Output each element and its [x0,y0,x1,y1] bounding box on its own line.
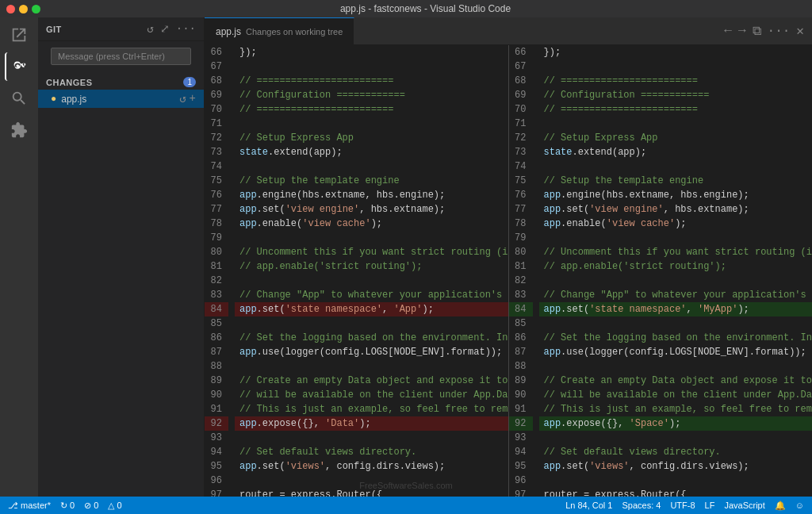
more-actions-icon[interactable]: ··· [768,24,791,38]
tab-nav-icons: ← → ⧉ ··· ✕ [724,17,812,44]
diff-editor: 6667686970717273747576777879808182838485… [205,45,812,497]
encoding[interactable]: UTF-8 [670,501,695,511]
tab-appjs[interactable]: app.js Changes on working tree [205,17,354,44]
explorer-icon[interactable] [5,21,33,49]
git-action-icons: ↺ ⤢ ··· [147,22,196,36]
changes-section: CHANGES 1 ● app.js ↺ + [38,71,204,111]
back-icon[interactable]: ← [724,24,732,38]
titlebar: app.js - fastconews - Visual Studio Code [0,0,812,17]
git-more-icon[interactable]: ··· [176,22,196,36]
changes-count-badge: 1 [183,77,196,87]
minimize-button[interactable] [19,5,28,13]
file-modified-icon: ● [51,94,56,105]
right-line-numbers: 6667686970717273747576777879808182838485… [509,45,539,497]
window-title: app.js - fastconews - Visual Studio Code [45,3,806,14]
warning-count[interactable]: △ 0 [108,501,121,511]
file-name: app.js [61,94,86,105]
git-branch[interactable]: ⎇ master* [8,501,51,511]
source-control-icon[interactable] [5,52,33,81]
tab-bar: app.js Changes on working tree ← → ⧉ ···… [205,17,812,45]
extensions-icon[interactable] [5,116,33,144]
forward-icon[interactable]: → [738,24,746,38]
tab-filename: app.js [216,26,241,37]
line-ending[interactable]: LF [705,501,715,511]
file-revert-icon[interactable]: ↺ [179,92,186,105]
split-editor-icon[interactable]: ⧉ [753,24,761,39]
sidebar: GIT ↺ ⤢ ··· Message (press Ctrl+Enter) C… [38,17,205,497]
file-actions: ↺ + [179,92,196,105]
left-code-scroll[interactable]: 6667686970717273747576777879808182838485… [205,45,508,497]
right-code-content: });// ========================// Configu… [539,45,813,497]
indentation[interactable]: Spaces: 4 [622,501,661,511]
language-mode[interactable]: JavaScript [724,501,764,511]
activity-bar [0,17,38,497]
commit-message-input[interactable]: Message (press Ctrl+Enter) [51,48,191,65]
smiley-icon[interactable]: ☺ [795,501,804,511]
right-editor-pane: 6667686970717273747576777879808182838485… [509,45,813,497]
changes-header[interactable]: CHANGES 1 [38,75,204,90]
right-code-scroll[interactable]: 6667686970717273747576777879808182838485… [509,45,813,497]
status-bar-right: Ln 84, Col 1 Spaces: 4 UTF-8 LF JavaScri… [565,501,804,511]
left-code-content: });// ========================// Configu… [235,45,508,497]
left-editor-pane: 6667686970717273747576777879808182838485… [205,45,509,497]
file-stage-icon[interactable]: + [190,92,196,105]
maximize-button[interactable] [32,5,40,13]
close-button[interactable] [6,5,15,13]
error-count[interactable]: ⊘ 0 [84,501,98,511]
window-controls[interactable] [6,5,40,13]
bell-icon[interactable]: 🔔 [775,501,786,511]
message-placeholder: Message (press Ctrl+Enter) [58,52,165,61]
tab-subtitle: Changes on working tree [246,27,343,36]
left-line-numbers: 6667686970717273747576777879808182838485… [205,45,235,497]
sync-count[interactable]: ↻ 0 [60,501,75,511]
search-icon[interactable] [5,84,33,113]
git-refresh-icon[interactable]: ↺ [147,22,153,36]
git-sync-icon[interactable]: ⤢ [160,22,170,36]
status-bar: ⎇ master* ↻ 0 ⊘ 0 △ 0 Ln 84, Col 1 Space… [0,497,812,514]
editor-area: app.js Changes on working tree ← → ⧉ ···… [205,17,812,497]
git-header: GIT ↺ ⤢ ··· [38,17,204,41]
changes-label: CHANGES [46,78,93,87]
git-title: GIT [46,25,62,34]
file-item-appjs[interactable]: ● app.js ↺ + [38,90,204,108]
close-editor-icon[interactable]: ✕ [796,23,804,39]
cursor-position[interactable]: Ln 84, Col 1 [565,501,612,511]
